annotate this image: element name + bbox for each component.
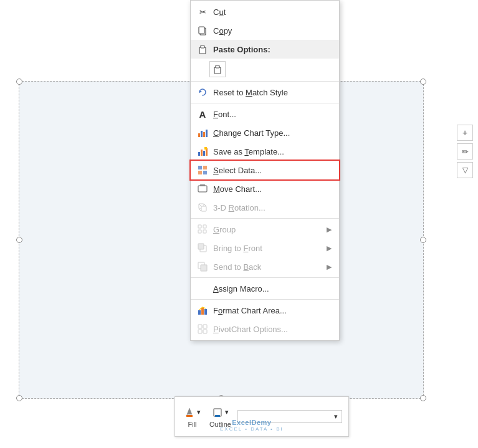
handle-mr[interactable]: [420, 237, 426, 243]
change-chart-icon: [196, 126, 209, 139]
fill-icon: [184, 407, 195, 418]
add-element-button[interactable]: +: [457, 125, 473, 141]
svg-rect-18: [198, 171, 202, 174]
svg-rect-36: [201, 308, 204, 315]
svg-rect-15: [204, 147, 207, 150]
menu-item-format-chart[interactable]: Format Chart Area...: [191, 301, 339, 320]
svg-rect-10: [206, 130, 208, 137]
reset-match-label: Reset to Match Style: [213, 88, 332, 97]
pivotchart-label: PivotChart Options...: [213, 325, 332, 334]
svg-rect-28: [203, 225, 206, 228]
font-icon: A: [196, 108, 209, 120]
paste-icon-row: [191, 59, 339, 80]
chart-filter-button[interactable]: ▽: [457, 162, 473, 178]
svg-rect-20: [198, 186, 207, 192]
menu-item-save-template[interactable]: Save as Template...: [191, 142, 339, 161]
handle-tl[interactable]: [16, 79, 22, 85]
svg-rect-16: [198, 166, 202, 169]
handle-br[interactable]: [420, 395, 426, 401]
menu-item-reset-match[interactable]: Reset to Match Style: [191, 83, 339, 102]
svg-rect-23: [201, 206, 206, 211]
separator-1: [191, 81, 339, 82]
group-label: Group: [213, 225, 327, 234]
toolbar-dropdown-arrow-icon: ▾: [334, 412, 338, 421]
handle-ml[interactable]: [16, 237, 22, 243]
svg-rect-29: [198, 230, 201, 233]
paste-header-icon: [196, 43, 209, 55]
svg-rect-35: [198, 310, 201, 315]
svg-rect-9: [203, 132, 205, 137]
send-back-arrow: ▶: [327, 263, 332, 271]
menu-item-assign-macro[interactable]: Assign Macro...: [191, 279, 339, 298]
menu-item-send-back: Send to Back ▶: [191, 257, 339, 276]
move-chart-icon: [196, 183, 209, 195]
send-back-icon: [196, 260, 209, 273]
svg-rect-21: [200, 184, 205, 186]
menu-item-cut[interactable]: ✂ Cut: [191, 2, 339, 21]
svg-rect-37: [204, 309, 207, 315]
fill-dropdown-arrow[interactable]: ▾: [197, 408, 201, 416]
menu-item-move-chart[interactable]: Move Chart...: [191, 179, 339, 198]
separator-5: [191, 299, 339, 300]
select-data-icon: [196, 164, 209, 176]
reset-match-icon: [196, 86, 209, 98]
3d-rotation-icon: [196, 201, 209, 214]
menu-item-group: Group ▶: [191, 220, 339, 239]
select-data-label: Select Data...: [213, 166, 332, 175]
svg-rect-30: [203, 230, 206, 233]
menu-item-3d-rotation: 3-D Rotation...: [191, 198, 339, 217]
outline-button[interactable]: ▾: [209, 406, 231, 419]
group-arrow: ▶: [327, 226, 332, 234]
svg-rect-5: [216, 65, 219, 68]
font-label: Font...: [213, 110, 332, 119]
svg-rect-8: [201, 131, 203, 137]
send-back-label: Send to Back: [213, 262, 327, 272]
svg-rect-17: [203, 166, 207, 169]
copy-label: Copy: [213, 26, 332, 36]
svg-rect-13: [203, 151, 205, 156]
menu-item-paste-header: Paste Options:: [191, 40, 339, 59]
svg-rect-42: [186, 415, 193, 417]
cut-label: Cut: [213, 7, 332, 17]
fill-group: ▾ Fill: [181, 406, 203, 428]
paste-header-label: Paste Options:: [213, 45, 332, 54]
change-chart-label: Change Chart Type...: [213, 128, 332, 138]
watermark-container: ExcelDemy EXCEL • DATA • BI: [220, 419, 284, 432]
assign-macro-icon: [196, 282, 209, 295]
menu-item-font[interactable]: A Font...: [191, 105, 339, 123]
chart-style-button[interactable]: ✏: [457, 143, 473, 160]
svg-rect-38: [198, 325, 202, 328]
save-template-label: Save as Template...: [213, 147, 332, 156]
format-chart-label: Format Chart Area...: [213, 306, 332, 315]
menu-item-copy[interactable]: Copy: [191, 21, 339, 40]
svg-rect-11: [198, 152, 200, 156]
handle-tr[interactable]: [420, 79, 426, 85]
outline-icon: [212, 407, 223, 418]
menu-item-change-chart[interactable]: Change Chart Type...: [191, 123, 339, 142]
format-chart-icon: [196, 304, 209, 317]
svg-rect-3: [201, 45, 204, 48]
svg-rect-7: [198, 133, 200, 137]
context-menu: ✂ Cut Copy Paste Options: Reset to Match…: [190, 0, 340, 341]
move-chart-label: Move Chart...: [213, 184, 332, 194]
pivotchart-icon: [196, 323, 209, 335]
outline-dropdown-arrow[interactable]: ▾: [225, 408, 229, 416]
bring-front-icon: [196, 242, 209, 254]
paste-icon-button[interactable]: [209, 61, 226, 77]
svg-rect-41: [203, 330, 207, 333]
assign-macro-label: Assign Macro...: [213, 284, 332, 293]
3d-rotation-label: 3-D Rotation...: [213, 203, 332, 212]
menu-item-pivotchart: PivotChart Options...: [191, 320, 339, 338]
fill-label: Fill: [188, 421, 196, 428]
menu-item-select-data[interactable]: Select Data...: [191, 161, 339, 179]
svg-rect-40: [198, 330, 202, 333]
svg-marker-6: [199, 90, 202, 93]
chart-action-buttons: + ✏ ▽: [457, 125, 473, 178]
handle-bl[interactable]: [16, 395, 22, 401]
separator-4: [191, 277, 339, 278]
separator-2: [191, 103, 339, 103]
svg-line-25: [204, 204, 206, 206]
fill-button[interactable]: ▾: [181, 406, 203, 419]
svg-rect-44: [215, 415, 220, 417]
cut-icon: ✂: [196, 6, 209, 18]
